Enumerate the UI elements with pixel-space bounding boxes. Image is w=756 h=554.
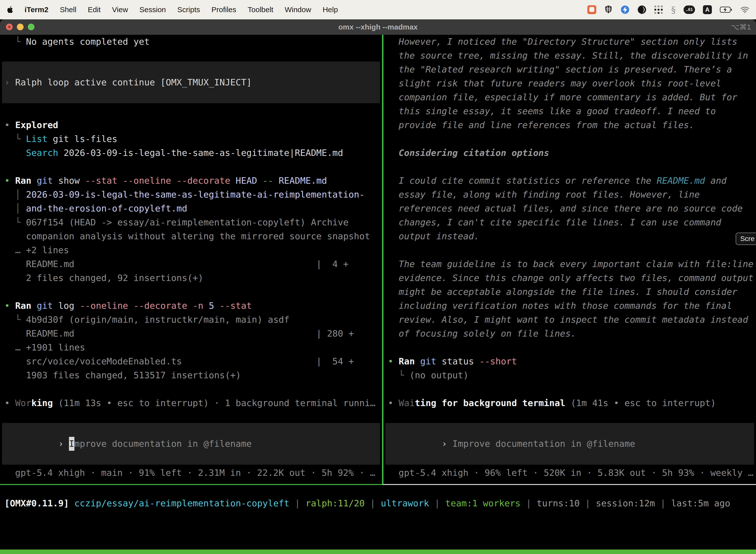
wifi-icon[interactable] [740, 6, 750, 13]
dots-grid-icon[interactable] [654, 5, 663, 14]
input-prompt-chevron: › [58, 439, 69, 449]
terminal-line: The team guideline is to back every impo… [383, 257, 756, 271]
tmux-session-window[interactable]: [omx-cczip0:bash* [2, 553, 91, 554]
terminal-line: However, I noticed the "Directory Struct… [383, 35, 756, 49]
terminal-line: I could cite commit statistics or refere… [383, 174, 756, 188]
terminal-line: Search 2026-03-09-is-legal-the-same-as-l… [0, 146, 382, 160]
terminal-blank-line [383, 382, 756, 396]
terminal-line: provide file and line references from th… [383, 118, 756, 132]
terminal-line: README.md | 4 + [0, 257, 382, 271]
tmux-host-clock: "MacBook-Pro-44.local" 04:52 31-Mar-26 [555, 553, 754, 554]
terminal-line: … +1901 lines [0, 340, 382, 354]
omx-status-line: [OMX#0.11.9] cczip/essay/ai-reimplementa… [0, 496, 756, 510]
menu-item-session[interactable]: Session [139, 5, 166, 14]
bolt-badge-icon[interactable] [621, 5, 630, 14]
iterm2-window: omx --xhigh --madmax ⌥⌘1 └ No agents com… [0, 19, 756, 554]
terminal-line: companion analysis without altering the … [0, 229, 382, 243]
input-placeholder: Improve documentation in @filename [452, 439, 635, 449]
tmux-pane-right: However, I noticed the "Directory Struct… [383, 35, 756, 484]
squiggle-icon[interactable]: § [671, 5, 676, 15]
menu-item-profiles[interactable]: Profiles [211, 5, 236, 14]
menu-item-iterm2[interactable]: iTerm2 [24, 5, 48, 14]
chat-app-icon[interactable] [587, 5, 596, 14]
terminal-line: └ (no output) [383, 368, 756, 382]
terminal-line: └ 4b9d30f (origin/main, instructkr/main,… [0, 313, 382, 327]
terminal-line: companion file, especially if more comme… [383, 90, 756, 104]
terminal-line: │ 2026-03-09-is-legal-the-same-as-legiti… [0, 188, 382, 202]
terminal-line: of focusing solely on file lines. [383, 327, 756, 340]
terminal-line: 2 files changed, 92 insertions(+) [0, 271, 382, 285]
terminal-line: review. Also, I might want to inspect th… [383, 313, 756, 327]
screen-notification-tooltip: Scre [736, 233, 756, 245]
window-shortcut-badge: ⌥⌘1 [731, 19, 751, 35]
model-status-line-left: gpt-5.4 xhigh · main · 91% left · 2.31M … [0, 466, 382, 480]
tmux-status-bar: [omx-cczip0:bash* "MacBook-Pro-44.local"… [0, 550, 756, 554]
macos-menu-bar: iTerm2ShellEditViewSessionScriptsProfile… [0, 0, 756, 19]
agent-input-right[interactable]: › Improve documentation in @filename [385, 423, 754, 465]
model-status-line-right: gpt-5.4 xhigh · 96% left · 520K in · 5.8… [383, 466, 756, 480]
pane-bottom-border-active [0, 484, 383, 485]
terminal-line: README.md | 280 + [0, 327, 382, 340]
terminal-line: the source tree, missing the essay. Stil… [383, 49, 756, 63]
terminal-line: └ 067f154 (HEAD -> essay/ai-reimplementa… [0, 215, 382, 229]
assistant-a-icon[interactable]: A [703, 5, 712, 14]
menu-item-view[interactable]: View [112, 5, 128, 14]
menu-item-scripts[interactable]: Scripts [177, 5, 200, 14]
terminal-line: • Ran git log --oneline --decorate -n 5 … [0, 299, 382, 313]
input-placeholder: mprove documentation in @filename [74, 439, 252, 449]
terminal-line: changes, I can't cite specific file line… [383, 215, 756, 229]
terminal-line: the "Related research writing" section i… [383, 63, 756, 76]
terminal-line: Considering citation options [383, 146, 756, 160]
terminal-line: 1903 files changed, 513517 insertions(+) [0, 368, 382, 382]
terminal-line: references need actual files, and since … [383, 202, 756, 215]
window-title-bar: omx --xhigh --madmax ⌥⌘1 [0, 19, 756, 35]
terminal-blank-line [383, 340, 756, 354]
terminal-line: … +2 lines [0, 243, 382, 257]
menu-item-help[interactable]: Help [323, 5, 338, 14]
terminal-line: including verification notes with those … [383, 299, 756, 313]
terminal-line: • Ran git status --short [383, 354, 756, 368]
terminal-blank-line [0, 285, 382, 299]
menu-item-window[interactable]: Window [285, 5, 311, 14]
terminal-line: │ and-the-erosion-of-copyleft.md [0, 202, 382, 215]
tmux-pane-left: └ No agents completed yet› Ralph loop ac… [0, 35, 382, 484]
crescent-icon[interactable] [637, 5, 646, 14]
menu-item-toolbelt[interactable]: Toolbelt [248, 5, 273, 14]
apple-logo-icon[interactable] [6, 6, 13, 14]
terminal-blank-line [383, 243, 756, 257]
terminal-line: slight risk that future readers may over… [383, 76, 756, 90]
terminal-line: • Working (11m 13s • esc to interrupt) ·… [0, 396, 382, 410]
terminal-line: evidence. Since this change only affects… [383, 271, 756, 285]
terminal-blank-line [0, 160, 382, 174]
terminal-line: src/voice/voiceModeEnabled.ts | 54 + [0, 354, 382, 368]
terminal-content: └ No agents completed yet› Ralph loop ac… [0, 35, 756, 554]
terminal-blank-line [383, 160, 756, 174]
battery-percent-badge[interactable]: ..61 [684, 5, 695, 14]
terminal-line: essay file, along with finding root file… [383, 188, 756, 202]
terminal-line: might be acceptable alongside the file l… [383, 285, 756, 299]
input-prompt-chevron: › [442, 439, 452, 449]
terminal-line: this single essay, it seems like a good … [383, 104, 756, 118]
terminal-line: └ No agents completed yet [0, 35, 382, 49]
text-cursor: I [69, 437, 74, 451]
terminal-blank-line [383, 132, 756, 146]
terminal-blank-line [0, 382, 382, 396]
terminal-line: • Waiting for background terminal (1m 41… [383, 396, 756, 410]
shield-icon[interactable] [604, 5, 613, 14]
menu-item-shell[interactable]: Shell [60, 5, 76, 14]
menu-item-edit[interactable]: Edit [88, 5, 101, 14]
window-title: omx --xhigh --madmax [0, 19, 756, 35]
inject-banner: › Ralph loop active continue [OMX_TMUX_I… [2, 62, 380, 103]
battery-icon[interactable] [720, 6, 732, 13]
agent-input-left[interactable]: › Improve documentation in @filename [2, 423, 380, 465]
terminal-line: └ List git ls-files [0, 132, 382, 146]
terminal-line: output instead. [383, 229, 756, 243]
terminal-line: • Explored [0, 118, 382, 132]
pane-bottom-border-inactive [383, 484, 756, 485]
terminal-line: • Ran git show --stat --oneline --decora… [0, 174, 382, 188]
